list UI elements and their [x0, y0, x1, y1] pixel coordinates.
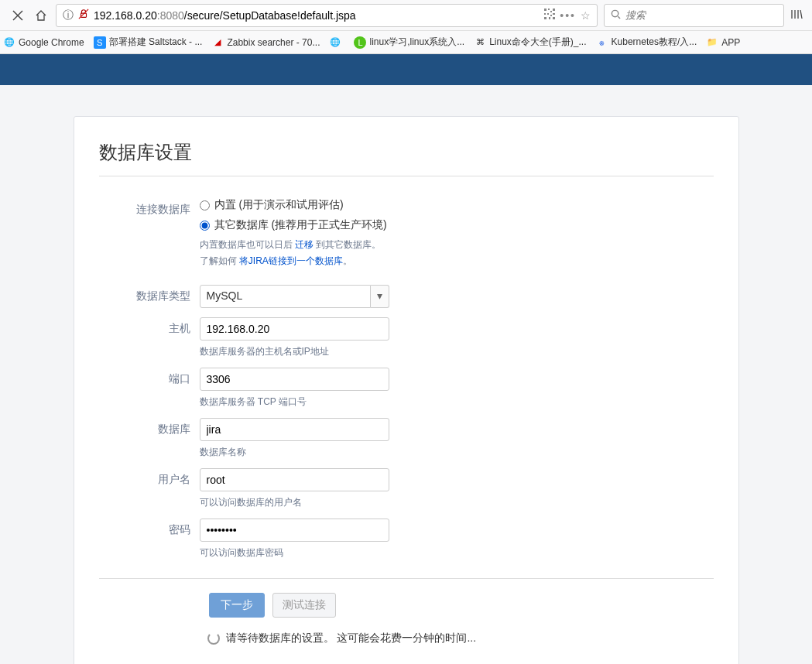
connect-db-label: 连接数据库: [99, 198, 200, 271]
bookmark-label: Linux命令大全(手册)_...: [489, 36, 586, 49]
spinner-icon: [207, 632, 220, 645]
svg-rect-6: [544, 17, 546, 19]
migrate-link[interactable]: 迁移: [295, 239, 313, 250]
terminal-icon: ⌘: [474, 36, 486, 49]
svg-rect-11: [550, 15, 552, 16]
address-bar[interactable]: ⓘ 192.168.0.20:8080/secure/SetupDatabase…: [56, 4, 598, 27]
chevron-down-icon[interactable]: ▾: [371, 285, 389, 308]
bookmark-item[interactable]: ⎈ Kubernetes教程/入...: [596, 36, 697, 49]
database-desc: 数据库名称: [200, 446, 714, 459]
divider: [99, 578, 714, 579]
bookmark-item[interactable]: 🌐: [329, 36, 344, 49]
svg-rect-12: [553, 13, 555, 15]
bookmark-label: 部署搭建 Saltstack - ...: [109, 36, 203, 49]
connect-db-link[interactable]: 将JIRA链接到一个数据库: [239, 255, 343, 266]
host-input[interactable]: [200, 317, 389, 341]
folder-icon: 📁: [706, 36, 718, 49]
library-icon[interactable]: [790, 8, 803, 22]
chrome-icon: 🌐: [3, 36, 15, 49]
radio-other[interactable]: 其它数据库 (推荐用于正式生产环境): [200, 218, 714, 232]
help-line-connect: 了解如何 将JIRA链接到一个数据库。: [200, 255, 714, 268]
database-label: 数据库: [99, 418, 200, 459]
app-header: [0, 54, 812, 85]
svg-rect-4: [544, 9, 546, 11]
status-message: 请等待数据库的设置。 这可能会花费一分钟的时间...: [207, 631, 714, 645]
svg-rect-14: [553, 17, 555, 19]
radio-other-label: 其它数据库 (推荐用于正式生产环境): [214, 218, 387, 232]
bookmark-item[interactable]: 📁 APP: [706, 36, 740, 49]
svg-rect-9: [544, 13, 546, 15]
svg-line-16: [618, 16, 620, 19]
svg-rect-7: [548, 9, 550, 10]
port-desc: 数据库服务器 TCP 端口号: [200, 395, 714, 409]
setup-card: 数据库设置 连接数据库 内置 (用于演示和试用评估) 其它数据库 (推荐用于正式…: [74, 116, 739, 664]
password-label: 密码: [99, 519, 200, 560]
bookmark-label: APP: [721, 37, 740, 48]
close-icon[interactable]: [9, 7, 26, 24]
home-icon[interactable]: [33, 7, 50, 24]
globe-icon: 🌐: [329, 36, 341, 49]
page-title: 数据库设置: [99, 140, 714, 165]
svg-rect-5: [553, 9, 555, 11]
db-type-select[interactable]: MySQL ▾: [200, 285, 389, 308]
bookmark-item[interactable]: ⌘ Linux命令大全(手册)_...: [474, 36, 586, 49]
radio-builtin[interactable]: 内置 (用于演示和试用评估): [200, 198, 714, 212]
svg-rect-8: [550, 11, 552, 12]
username-label: 用户名: [99, 468, 200, 509]
bookmark-item[interactable]: ◢ Zabbix searcher - 70...: [211, 36, 320, 49]
username-input[interactable]: [200, 468, 389, 491]
port-input[interactable]: [200, 368, 389, 391]
password-input[interactable]: [200, 519, 389, 542]
divider: [99, 176, 714, 176]
port-label: 端口: [99, 368, 200, 409]
page-actions-icon[interactable]: •••: [560, 9, 576, 22]
radio-other-input[interactable]: [200, 221, 210, 231]
bookmark-item[interactable]: L linux学习,linux系统入...: [354, 36, 464, 49]
kubernetes-icon: ⎈: [596, 36, 608, 49]
username-desc: 可以访问数据库的用户名: [200, 496, 714, 509]
status-text: 请等待数据库的设置。 这可能会花费一分钟的时间...: [226, 631, 477, 645]
browser-chrome: ⓘ 192.168.0.20:8080/secure/SetupDatabase…: [0, 0, 812, 54]
db-type-value: MySQL: [200, 285, 371, 308]
bookmark-label: linux学习,linux系统入...: [369, 36, 464, 49]
help-line-migrate: 内置数据库也可以日后 迁移 到其它数据库。: [200, 238, 714, 252]
insecure-icon: [78, 9, 89, 22]
zabbix-icon: ◢: [211, 36, 224, 49]
bookmarks-bar: 🌐 Google Chrome S 部署搭建 Saltstack - ... ◢…: [0, 31, 812, 54]
svg-rect-10: [547, 13, 549, 15]
bookmark-item[interactable]: S 部署搭建 Saltstack - ...: [94, 36, 203, 49]
bookmark-star-icon[interactable]: ☆: [581, 9, 591, 22]
db-type-label: 数据库类型: [99, 285, 200, 308]
search-icon: [611, 9, 621, 22]
radio-builtin-input[interactable]: [200, 200, 210, 210]
test-connection-button[interactable]: 测试连接: [272, 593, 336, 618]
next-button[interactable]: 下一步: [209, 593, 265, 618]
bookmark-item[interactable]: 🌐 Google Chrome: [3, 36, 84, 49]
password-desc: 可以访问数据库密码: [200, 546, 714, 560]
host-label: 主机: [99, 317, 200, 358]
url-text: 192.168.0.20:8080/secure/SetupDatabase!d…: [94, 9, 540, 22]
saltstack-icon: S: [94, 36, 106, 49]
svg-rect-13: [549, 17, 550, 19]
bookmark-label: Google Chrome: [19, 37, 84, 48]
linux-study-icon: L: [354, 36, 366, 49]
search-input[interactable]: [625, 9, 777, 21]
svg-line-20: [800, 10, 802, 19]
radio-builtin-label: 内置 (用于演示和试用评估): [214, 198, 344, 212]
bookmark-label: Kubernetes教程/入...: [612, 36, 697, 49]
info-icon: ⓘ: [63, 9, 74, 22]
qr-icon[interactable]: [544, 9, 555, 22]
host-desc: 数据库服务器的主机名或IP地址: [200, 345, 714, 358]
search-box[interactable]: [604, 4, 784, 27]
database-input[interactable]: [200, 418, 389, 441]
svg-point-15: [612, 10, 618, 16]
bookmark-label: Zabbix searcher - 70...: [227, 37, 320, 48]
